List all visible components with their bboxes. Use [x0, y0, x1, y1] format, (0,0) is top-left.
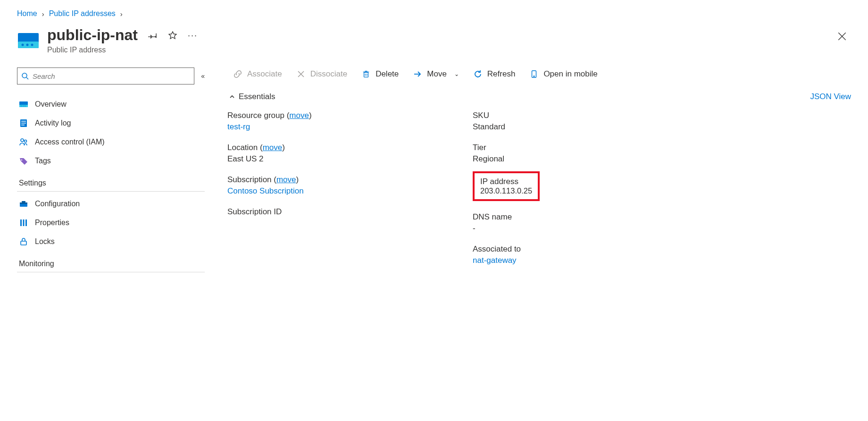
more-icon[interactable]: ··· — [188, 31, 197, 40]
search-icon — [21, 72, 29, 80]
associated-to-label: Associated to — [473, 244, 690, 254]
search-input-wrapper[interactable] — [17, 67, 194, 84]
move-subscription-link[interactable]: move — [276, 175, 296, 184]
breadcrumb-public-ip-addresses[interactable]: Public IP addresses — [49, 9, 116, 18]
essentials-grid: Resource group (move) test-rg Location (… — [227, 111, 851, 265]
subscription-label: Subscription (move) — [227, 175, 444, 185]
collapse-sidebar-icon[interactable]: « — [201, 72, 205, 80]
overview-icon — [19, 100, 28, 109]
open-in-mobile-button[interactable]: Open in mobile — [529, 69, 597, 79]
svg-line-8 — [26, 77, 28, 79]
move-resource-group-link[interactable]: move — [289, 111, 309, 120]
sku-value: Standard — [473, 122, 690, 132]
sidebar-item-label: Tags — [35, 157, 51, 165]
svg-rect-30 — [364, 72, 368, 77]
sidebar-item-properties[interactable]: Properties — [17, 213, 205, 232]
tier-value: Regional — [473, 154, 690, 164]
breadcrumb-home[interactable]: Home — [17, 9, 37, 18]
configuration-icon — [19, 199, 28, 209]
svg-point-18 — [21, 139, 24, 142]
location-label: Location (move) — [227, 143, 444, 152]
svg-rect-16 — [21, 123, 26, 124]
tags-icon — [19, 156, 28, 166]
sidebar-item-label: Access control (IAM) — [35, 138, 105, 146]
svg-point-3 — [26, 44, 29, 46]
chevron-up-icon — [229, 94, 235, 100]
move-button[interactable]: Move ⌄ — [413, 69, 459, 79]
toolbar: Associate Dissociate Delete Move ⌄ — [227, 69, 851, 79]
sidebar-item-access-control[interactable]: Access control (IAM) — [17, 133, 205, 152]
essentials-toggle[interactable]: Essentials — [227, 92, 275, 101]
resource-group-label: Resource group (move) — [227, 111, 444, 120]
ip-address-highlight: IP address 203.0.113.0.25 — [473, 171, 540, 201]
svg-point-4 — [31, 44, 33, 46]
sidebar-section-monitoring: Monitoring — [17, 251, 205, 272]
search-input[interactable] — [33, 72, 190, 80]
tier-label: Tier — [473, 143, 690, 152]
svg-point-36 — [534, 76, 534, 77]
svg-rect-23 — [22, 201, 25, 202]
chevron-down-icon: ⌄ — [454, 71, 459, 77]
sidebar-item-tags[interactable]: Tags — [17, 152, 205, 170]
refresh-icon — [473, 69, 483, 79]
svg-point-12 — [23, 106, 24, 107]
associated-to-value[interactable]: nat-gateway — [473, 256, 690, 265]
sidebar-item-label: Configuration — [35, 200, 80, 208]
delete-icon — [361, 69, 371, 79]
move-location-link[interactable]: move — [263, 143, 283, 152]
page-header: public-ip-nat ··· Public IP address — [17, 26, 851, 54]
breadcrumb: Home › Public IP addresses › — [17, 9, 851, 18]
subscription-id-label: Subscription ID — [227, 207, 444, 217]
sidebar: « Overview Activity log Access control (… — [17, 67, 205, 275]
sidebar-item-configuration[interactable]: Configuration — [17, 194, 205, 213]
delete-button[interactable]: Delete — [361, 69, 399, 79]
svg-rect-25 — [23, 219, 25, 226]
main-content: Associate Dissociate Delete Move ⌄ — [227, 67, 851, 275]
ip-address-label: IP address — [480, 177, 532, 186]
associate-icon — [233, 69, 242, 79]
sidebar-section-settings: Settings — [17, 170, 205, 192]
locks-icon — [19, 237, 28, 246]
sidebar-item-label: Properties — [35, 219, 69, 227]
svg-rect-24 — [20, 219, 22, 226]
pin-icon[interactable] — [148, 31, 158, 40]
resource-group-value[interactable]: test-rg — [227, 122, 444, 132]
chevron-right-icon: › — [120, 10, 123, 18]
svg-point-13 — [25, 106, 25, 107]
access-control-icon — [19, 137, 28, 147]
sidebar-item-activity-log[interactable]: Activity log — [17, 114, 205, 133]
activity-log-icon — [19, 118, 28, 128]
star-icon[interactable] — [168, 31, 177, 40]
sidebar-item-overview[interactable]: Overview — [17, 95, 205, 114]
close-button[interactable] — [837, 26, 851, 44]
sidebar-item-locks[interactable]: Locks — [17, 232, 205, 251]
svg-point-11 — [21, 106, 22, 107]
dissociate-icon — [296, 69, 306, 79]
svg-point-20 — [21, 160, 22, 160]
sidebar-item-label: Locks — [35, 237, 55, 246]
ip-address-value: 203.0.113.0.25 — [480, 186, 532, 195]
public-ip-resource-icon — [17, 29, 40, 52]
properties-icon — [19, 218, 28, 227]
associate-button: Associate — [233, 69, 282, 79]
sku-label: SKU — [473, 111, 690, 120]
svg-rect-27 — [21, 241, 26, 245]
svg-point-2 — [22, 44, 24, 46]
svg-rect-26 — [25, 219, 27, 226]
refresh-button[interactable]: Refresh — [473, 69, 516, 79]
svg-point-7 — [22, 73, 27, 78]
dissociate-button: Dissociate — [296, 69, 347, 79]
page-title: public-ip-nat — [47, 26, 138, 44]
json-view-link[interactable]: JSON View — [810, 92, 851, 101]
svg-rect-15 — [21, 121, 26, 122]
chevron-right-icon: › — [42, 10, 44, 18]
sidebar-item-label: Overview — [35, 100, 67, 109]
mobile-icon — [529, 69, 539, 79]
svg-point-19 — [25, 140, 27, 143]
dns-name-value: - — [473, 224, 690, 233]
svg-rect-22 — [20, 202, 27, 204]
sidebar-item-label: Activity log — [35, 119, 71, 127]
location-value: East US 2 — [227, 154, 444, 164]
move-icon — [413, 69, 422, 79]
subscription-value[interactable]: Contoso Subscription — [227, 186, 444, 196]
